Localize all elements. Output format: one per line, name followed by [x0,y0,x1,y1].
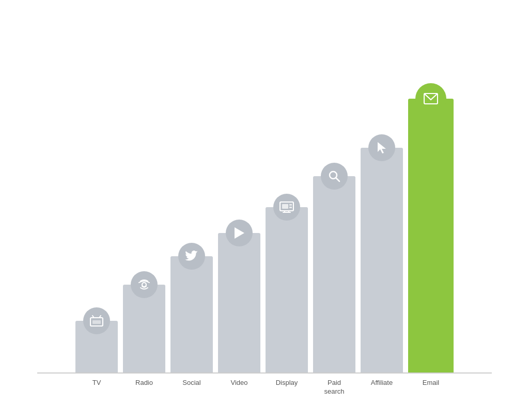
video-bar [218,233,260,372]
email-icon [415,83,446,114]
paid-bar [313,176,355,372]
svg-marker-5 [235,227,244,239]
social-bar [170,256,213,372]
svg-rect-3 [92,320,101,324]
bar-col-paid [313,163,355,372]
svg-marker-15 [378,142,386,153]
radio-icon [131,271,158,298]
svg-line-14 [336,178,340,181]
labels-row: TVRadioSocialVideoDisplayPaid searchAffi… [37,379,492,396]
bar-col-affiliate [361,134,403,372]
email-bar [408,99,454,372]
radio-label: Radio [123,379,165,396]
affiliate-label: Affiliate [361,379,403,396]
paid-icon [321,163,348,190]
email-label: Email [408,379,454,396]
affiliate-bar [361,148,403,372]
bar-col-display [266,194,308,372]
bar-col-email [408,83,454,372]
bar-col-radio [123,271,165,372]
x-axis [37,372,492,374]
tv-label: TV [75,379,118,396]
chart-area: TVRadioSocialVideoDisplayPaid searchAffi… [37,45,492,396]
bar-col-video [218,220,260,372]
display-bar [266,207,308,372]
social-label: Social [170,379,213,396]
video-label: Video [218,379,260,396]
paid-label: Paid search [313,379,355,396]
tv-icon [83,307,110,334]
svg-rect-7 [282,204,288,209]
svg-rect-8 [289,204,292,206]
display-label: Display [266,379,308,396]
bar-col-social [170,243,213,372]
affiliate-icon [368,134,395,161]
social-icon [178,243,205,270]
chart-container: TVRadioSocialVideoDisplayPaid searchAffi… [17,14,512,407]
display-icon [273,194,300,221]
video-icon [226,220,253,246]
bars-row [37,45,492,372]
svg-rect-9 [289,207,292,208]
bar-col-tv [75,307,118,372]
